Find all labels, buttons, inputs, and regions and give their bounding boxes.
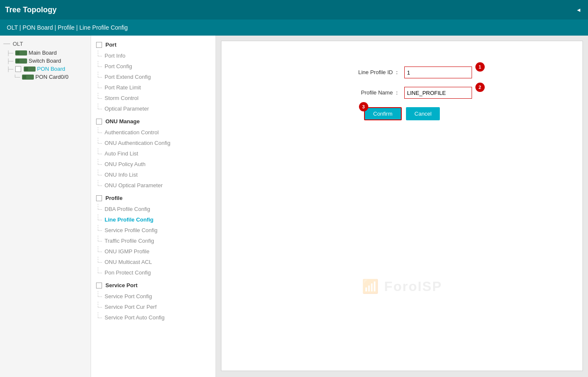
header: Tree Topology ◄ xyxy=(0,0,588,19)
app-title: Tree Topology xyxy=(5,6,574,14)
menu-port-extend-config[interactable]: Port Extend Config xyxy=(91,72,215,82)
line-profile-id-label: Line Profile ID ： xyxy=(332,69,400,76)
switch-board-icon xyxy=(15,58,27,64)
tree-main-board[interactable]: ├─ Main Board xyxy=(0,49,91,57)
menu-onu-optical-param[interactable]: ONU Optical Parameter xyxy=(91,180,215,191)
menu-service-port-config[interactable]: Service Port Config xyxy=(91,291,215,302)
section-port: Port Port Info Port Config Port Extend C… xyxy=(91,39,215,114)
line-profile-id-input[interactable] xyxy=(404,67,472,78)
pon-card-icon xyxy=(22,75,34,80)
section-profile-label: Profile xyxy=(105,195,122,201)
switch-board-label: Switch Board xyxy=(29,58,61,64)
section-port-label: Port xyxy=(105,42,116,48)
menu-line-profile-config[interactable]: Line Profile Config xyxy=(91,214,215,225)
pon-board-icon xyxy=(24,67,36,72)
content-box: Line Profile ID ： 1 Profile Name ： 2 Con… xyxy=(221,41,583,371)
menu-auto-find-list[interactable]: Auto Find List xyxy=(91,148,215,159)
main-board-label: Main Board xyxy=(29,50,57,56)
confirm-button[interactable]: Confirm xyxy=(364,107,402,120)
section-onu-manage-header: ONU Manage xyxy=(91,116,215,127)
tree-switch-board[interactable]: ├─ Switch Board xyxy=(0,57,91,65)
menu-onu-igmp-profile[interactable]: ONU IGMP Profile xyxy=(91,246,215,257)
menu-onu-auth-config[interactable]: ONU Authentication Config xyxy=(91,138,215,148)
menu-panel: Port Port Info Port Config Port Extend C… xyxy=(91,36,216,377)
step-badge-3: 3 xyxy=(359,102,368,111)
profile-section-toggle[interactable] xyxy=(96,195,102,201)
watermark: 📶 ForoISP xyxy=(362,278,442,294)
section-service-port-label: Service Port xyxy=(105,282,138,288)
pon-board-expand[interactable] xyxy=(15,66,21,72)
tree-pon-board[interactable]: ├─ PON Board xyxy=(0,65,91,73)
profile-name-label: Profile Name ： xyxy=(332,89,400,97)
main-content-area: Line Profile ID ： 1 Profile Name ： 2 Con… xyxy=(216,36,588,377)
menu-service-port-cur-perf[interactable]: Service Port Cur Perf xyxy=(91,302,215,312)
menu-storm-control[interactable]: Storm Control xyxy=(91,93,215,103)
step-badge-2: 2 xyxy=(475,83,485,92)
section-service-port-header: Service Port xyxy=(91,280,215,291)
section-onu-manage: ONU Manage Authentication Control ONU Au… xyxy=(91,116,215,191)
section-onu-manage-label: ONU Manage xyxy=(105,118,140,125)
service-port-section-toggle[interactable] xyxy=(96,283,102,288)
menu-port-rate-limit[interactable]: Port Rate Limit xyxy=(91,82,215,93)
menu-service-port-auto-config[interactable]: Service Port Auto Config xyxy=(91,312,215,323)
menu-dba-profile-config[interactable]: DBA Profile Config xyxy=(91,204,215,214)
cancel-button[interactable]: Cancel xyxy=(406,107,440,120)
pon-card-label: PON Card0/0 xyxy=(36,74,69,80)
form-area: Line Profile ID ： 1 Profile Name ： 2 Con… xyxy=(230,58,574,120)
section-service-port: Service Port Service Port Config Service… xyxy=(91,280,215,323)
collapse-arrow[interactable]: ◄ xyxy=(574,6,583,14)
menu-port-info[interactable]: Port Info xyxy=(91,50,215,61)
watermark-icon: 📶 xyxy=(362,279,380,294)
port-section-toggle[interactable] xyxy=(96,42,102,48)
onu-manage-section-toggle[interactable] xyxy=(96,119,102,125)
pon-board-label: PON Board xyxy=(37,66,65,72)
olt-label: OLT xyxy=(13,41,23,47)
menu-service-profile-config[interactable]: Service Profile Config xyxy=(91,225,215,236)
menu-auth-control[interactable]: Authentication Control xyxy=(91,127,215,138)
menu-traffic-profile-config[interactable]: Traffic Profile Config xyxy=(91,236,215,246)
watermark-text: ForoISP xyxy=(384,279,442,294)
section-port-header: Port xyxy=(91,39,215,50)
tree-olt[interactable]: OLT xyxy=(0,39,91,49)
menu-onu-policy-auth[interactable]: ONU Policy Auth xyxy=(91,159,215,169)
step-badge-1: 1 xyxy=(475,62,485,72)
section-profile: Profile DBA Profile Config Line Profile … xyxy=(91,192,215,278)
breadcrumb: OLT | PON Board | Profile | Line Profile… xyxy=(0,19,588,36)
tree-sidebar: OLT ├─ Main Board ├─ Switch Board ├─ PON… xyxy=(0,36,91,377)
menu-port-config[interactable]: Port Config xyxy=(91,61,215,72)
tree-pon-card[interactable]: └─ PON Card0/0 xyxy=(0,73,91,81)
profile-name-row: Profile Name ： 2 xyxy=(332,87,472,99)
menu-onu-multicast-acl[interactable]: ONU Multicast ACL xyxy=(91,257,215,267)
section-profile-header: Profile xyxy=(91,192,215,204)
buttons-row: Confirm Cancel 3 xyxy=(364,107,440,120)
menu-optical-parameter[interactable]: Optical Parameter xyxy=(91,103,215,114)
main-layout: OLT ├─ Main Board ├─ Switch Board ├─ PON… xyxy=(0,36,588,377)
menu-pon-protect-config[interactable]: Pon Protect Config xyxy=(91,267,215,278)
line-profile-id-row: Line Profile ID ： 1 xyxy=(332,67,472,78)
menu-onu-info-list[interactable]: ONU Info List xyxy=(91,169,215,180)
main-board-icon xyxy=(15,50,27,55)
profile-name-input[interactable] xyxy=(404,87,472,99)
breadcrumb-text: OLT | PON Board | Profile | Line Profile… xyxy=(7,24,128,31)
